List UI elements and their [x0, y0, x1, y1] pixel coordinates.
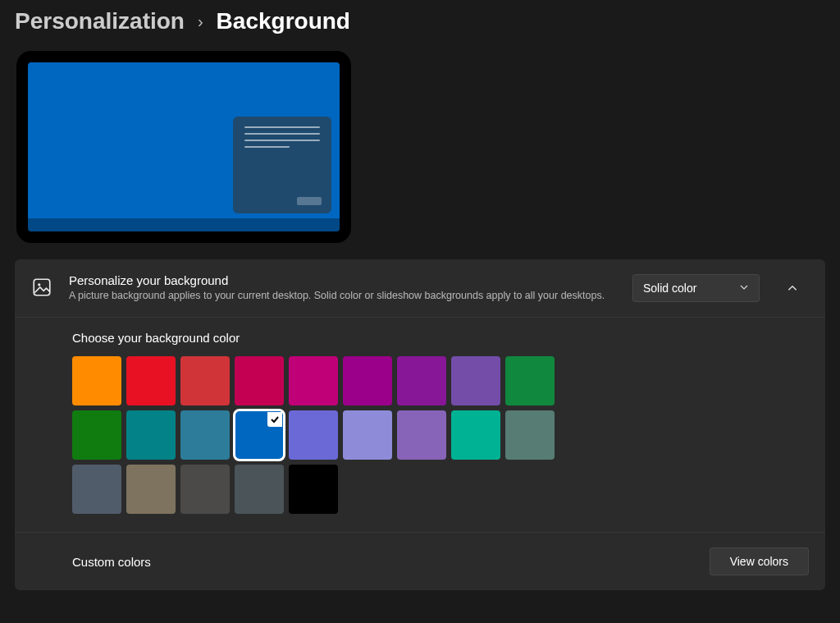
card-title: Personalize your background: [69, 273, 616, 287]
color-swatch[interactable]: [397, 410, 446, 460]
chevron-down-icon: [739, 282, 749, 295]
color-swatch[interactable]: [180, 465, 230, 514]
color-swatch[interactable]: [289, 465, 338, 514]
color-swatch[interactable]: [397, 356, 446, 405]
breadcrumb-parent[interactable]: Personalization: [15, 8, 185, 34]
collapse-section-button[interactable]: [776, 272, 809, 305]
svg-rect-0: [34, 279, 50, 295]
check-icon: [267, 412, 282, 427]
picture-icon: [31, 277, 52, 300]
color-swatch[interactable]: [289, 410, 338, 460]
background-type-select[interactable]: Solid color: [632, 274, 760, 302]
color-swatch[interactable]: [126, 465, 176, 514]
card-description: A picture background applies to your cur…: [69, 289, 616, 303]
color-swatch[interactable]: [235, 465, 284, 514]
color-swatch[interactable]: [72, 465, 121, 514]
color-swatch-grid: [72, 356, 809, 514]
color-swatch[interactable]: [235, 410, 284, 460]
color-swatch[interactable]: [180, 356, 230, 405]
section-label: Choose your background color: [72, 331, 809, 345]
chevron-right-icon: ›: [198, 12, 203, 31]
color-swatch[interactable]: [72, 410, 121, 460]
page-title: Background: [217, 8, 350, 34]
desktop-preview: [16, 51, 351, 243]
color-swatch[interactable]: [126, 410, 176, 460]
card-header: Personalize your background A picture ba…: [15, 259, 825, 317]
color-swatch[interactable]: [180, 410, 230, 460]
select-value: Solid color: [643, 282, 696, 295]
svg-point-1: [38, 283, 40, 286]
color-swatch[interactable]: [505, 410, 555, 460]
color-swatch[interactable]: [235, 356, 284, 405]
preview-sample-window: [233, 117, 331, 213]
color-swatch[interactable]: [343, 356, 392, 405]
personalize-background-card: Personalize your background A picture ba…: [15, 259, 825, 590]
breadcrumb: Personalization › Background: [15, 0, 825, 51]
color-swatch[interactable]: [451, 356, 500, 405]
color-swatch[interactable]: [451, 410, 500, 460]
color-swatch[interactable]: [72, 356, 121, 405]
color-swatch[interactable]: [505, 356, 555, 405]
preview-taskbar: [28, 218, 340, 231]
custom-colors-label: Custom colors: [72, 555, 151, 569]
color-picker-section: Choose your background color: [15, 318, 825, 532]
color-swatch[interactable]: [289, 356, 338, 405]
custom-colors-row: Custom colors View colors: [15, 533, 825, 590]
color-swatch[interactable]: [126, 356, 176, 405]
preview-screen: [28, 62, 340, 231]
color-swatch[interactable]: [343, 410, 392, 460]
view-colors-button[interactable]: View colors: [710, 547, 809, 575]
